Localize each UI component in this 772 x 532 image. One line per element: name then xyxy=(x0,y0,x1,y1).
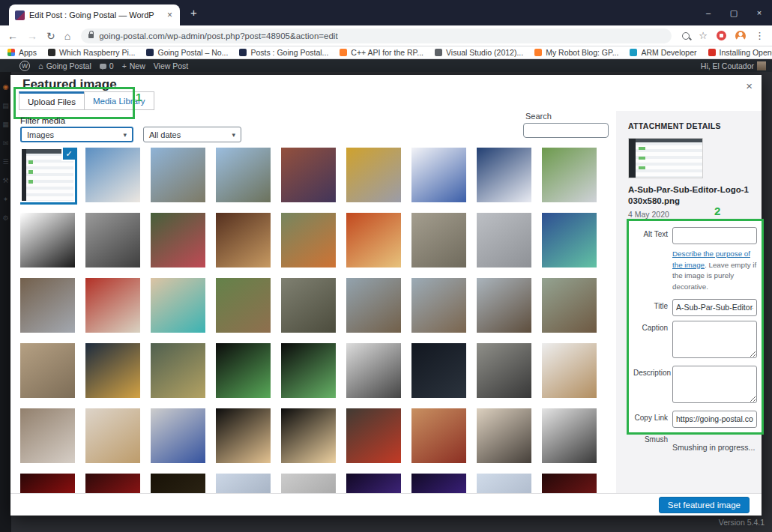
comments-icon[interactable]: ✉ xyxy=(3,140,9,147)
media-item[interactable] xyxy=(281,474,336,493)
copy-link-input[interactable] xyxy=(672,411,757,428)
media-item[interactable] xyxy=(85,474,140,493)
media-item[interactable] xyxy=(411,213,466,267)
media-item[interactable] xyxy=(281,343,336,398)
media-item[interactable] xyxy=(85,408,140,463)
media-item[interactable] xyxy=(281,148,336,202)
media-item[interactable] xyxy=(411,343,466,398)
tab-media-library[interactable]: Media Library xyxy=(84,91,154,110)
settings-icon[interactable]: ⚙ xyxy=(2,215,8,222)
media-item[interactable] xyxy=(20,278,75,333)
date-filter[interactable]: All dates ▾ xyxy=(143,127,241,142)
bookmark-item[interactable]: Visual Studio (2012)... xyxy=(435,48,523,57)
bookmark-item[interactable]: ARM Developer xyxy=(630,48,696,57)
browser-tab[interactable]: Edit Post : Going Postal — WordP × xyxy=(9,4,180,25)
minimize-button[interactable]: – xyxy=(696,0,721,25)
bookmark-star-icon[interactable]: ☆ xyxy=(699,30,708,41)
media-item[interactable] xyxy=(411,474,466,493)
media-item[interactable] xyxy=(281,278,336,333)
pages-icon[interactable]: ☰ xyxy=(2,159,8,166)
media-item[interactable] xyxy=(216,474,271,493)
media-item[interactable] xyxy=(151,278,205,333)
selected-check-icon[interactable]: ✓ xyxy=(61,148,75,161)
bookmark-item[interactable]: Apps xyxy=(7,48,37,57)
media-type-filter[interactable]: Images ▾ xyxy=(20,127,133,142)
media-item[interactable] xyxy=(20,408,75,463)
media-item[interactable] xyxy=(281,408,336,463)
media-item[interactable] xyxy=(542,148,597,202)
media-item[interactable] xyxy=(346,343,401,398)
media-icon[interactable]: ▦ xyxy=(2,121,9,128)
media-item[interactable] xyxy=(542,343,597,398)
media-item[interactable] xyxy=(20,474,75,493)
media-item[interactable] xyxy=(346,278,401,333)
description-textarea[interactable] xyxy=(672,366,757,403)
media-item[interactable] xyxy=(346,213,401,267)
media-item[interactable] xyxy=(477,148,531,202)
view-post-link[interactable]: View Post xyxy=(154,61,189,70)
media-item[interactable] xyxy=(542,408,597,463)
users-icon[interactable]: ✦ xyxy=(3,196,9,203)
reload-icon[interactable]: ↻ xyxy=(46,31,55,41)
media-item[interactable] xyxy=(151,408,205,463)
media-item[interactable] xyxy=(411,148,466,202)
media-item[interactable] xyxy=(216,278,271,333)
alt-text-input[interactable] xyxy=(672,227,757,244)
bookmark-item[interactable]: Installing OpenCV... xyxy=(708,48,772,57)
media-item[interactable] xyxy=(346,148,401,202)
wp-logo-menu[interactable]: W xyxy=(19,61,30,71)
bookmark-item[interactable]: Which Raspberry Pi... xyxy=(48,48,136,57)
media-item[interactable] xyxy=(346,474,401,493)
media-item[interactable] xyxy=(281,213,336,267)
media-item[interactable] xyxy=(411,408,466,463)
media-search-input[interactable] xyxy=(523,123,609,138)
back-icon[interactable]: ← xyxy=(7,31,18,41)
forward-icon[interactable]: → xyxy=(27,31,37,41)
media-item[interactable] xyxy=(85,343,140,398)
media-item[interactable] xyxy=(151,474,205,493)
media-item[interactable] xyxy=(346,408,401,463)
home-icon[interactable]: ⌂ xyxy=(64,31,70,41)
media-item[interactable] xyxy=(477,343,531,398)
media-item[interactable] xyxy=(216,343,271,398)
account-menu[interactable]: Hi, El Coutador xyxy=(701,61,766,70)
media-item[interactable] xyxy=(411,278,466,333)
dashboard-icon[interactable]: ▤ xyxy=(2,103,9,109)
media-item[interactable] xyxy=(151,213,205,267)
media-item[interactable] xyxy=(20,343,75,398)
media-item[interactable] xyxy=(216,148,271,202)
site-name-menu[interactable]: ⌂ Going Postal xyxy=(38,61,91,70)
media-item[interactable] xyxy=(85,213,140,267)
media-item[interactable] xyxy=(85,148,140,202)
address-bar[interactable]: going-postal.com/wp-admin/post.php?post=… xyxy=(81,28,672,43)
maximize-button[interactable]: ▢ xyxy=(721,0,747,25)
media-item[interactable] xyxy=(216,213,271,267)
media-item[interactable] xyxy=(477,408,531,463)
media-item[interactable] xyxy=(85,278,140,333)
tab-upload-files[interactable]: Upload Files xyxy=(19,91,85,110)
title-input[interactable] xyxy=(672,299,757,316)
media-item[interactable] xyxy=(20,213,75,267)
media-item[interactable] xyxy=(477,213,531,267)
bookmark-item[interactable]: Going Postal – No... xyxy=(146,48,228,57)
modal-close-icon[interactable]: × xyxy=(746,79,753,92)
profile-avatar[interactable] xyxy=(735,31,746,41)
bookmark-item[interactable]: My Robot Blog: GP... xyxy=(534,48,618,57)
tab-close-icon[interactable]: × xyxy=(166,10,174,20)
media-item[interactable]: ✓ xyxy=(20,148,75,202)
set-featured-image-button[interactable]: Set featured image xyxy=(659,497,750,513)
search-icon[interactable] xyxy=(682,32,690,40)
extension-icon[interactable] xyxy=(717,31,726,40)
close-window-button[interactable]: × xyxy=(747,0,772,25)
pin-icon[interactable]: ◉ xyxy=(3,84,9,91)
caption-textarea[interactable] xyxy=(672,321,757,358)
menu-icon[interactable]: ⋮ xyxy=(755,30,765,41)
new-tab-button[interactable]: + xyxy=(190,6,197,19)
bookmark-item[interactable]: Posts : Going Postal... xyxy=(239,48,328,57)
media-item[interactable] xyxy=(542,278,597,333)
bookmark-item[interactable]: C++ API for the RP... xyxy=(340,48,423,57)
media-item[interactable] xyxy=(542,213,597,267)
comments-menu[interactable]: 0 xyxy=(100,61,114,70)
media-item[interactable] xyxy=(151,148,205,202)
tools-icon[interactable]: ⚒ xyxy=(2,178,8,184)
